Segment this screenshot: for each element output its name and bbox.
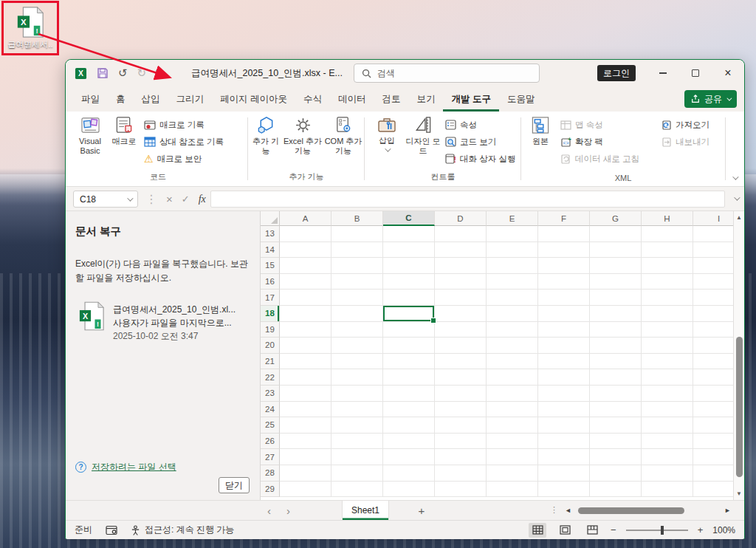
customize-qat-icon[interactable] (156, 70, 162, 77)
cell-I23[interactable] (693, 386, 735, 402)
ribbon-tab-8[interactable]: 검토 (374, 86, 408, 112)
cell-F19[interactable] (538, 322, 590, 338)
cell-E17[interactable] (487, 290, 538, 306)
expand-formula-bar-icon[interactable] (734, 194, 740, 200)
column-header-H[interactable]: H (642, 211, 693, 226)
cell-H20[interactable] (642, 338, 693, 354)
ribbon-tab-2[interactable]: 홈 (108, 86, 134, 112)
ribbon-tab-11[interactable]: 도움말 (499, 86, 543, 112)
cell-A27[interactable] (280, 449, 331, 465)
excel-addins-button[interactable]: Excel 추가 기능 (283, 116, 323, 156)
sheet-tab-sheet1[interactable]: Sheet1 (342, 501, 389, 520)
search-box[interactable]: 검색 (354, 64, 540, 83)
vertical-scroll-thumb[interactable] (736, 337, 743, 477)
ribbon-tab-9[interactable]: 보기 (408, 86, 443, 112)
cell-A28[interactable] (280, 465, 331, 482)
macros-button[interactable]: 매크로 (109, 116, 140, 146)
minimize-button[interactable] (647, 60, 679, 86)
cell-E27[interactable] (487, 449, 538, 465)
cell-C29[interactable] (383, 482, 435, 498)
row-header-26[interactable]: 26 (261, 434, 280, 450)
cell-F14[interactable] (538, 242, 590, 258)
select-file-to-save-link[interactable]: 저장하려는 파일 선택 (92, 461, 176, 473)
cell-E15[interactable] (487, 258, 538, 274)
zoom-slider-thumb[interactable] (661, 526, 664, 535)
scroll-up-icon[interactable]: ▲ (734, 214, 744, 221)
scroll-down-icon[interactable]: ▼ (734, 490, 744, 497)
cell-I26[interactable] (693, 434, 735, 450)
cell-C25[interactable] (383, 417, 435, 434)
cell-A17[interactable] (280, 290, 331, 306)
cell-F15[interactable] (538, 258, 590, 274)
properties-button[interactable]: 속성 (445, 117, 477, 132)
cell-E23[interactable] (487, 386, 538, 402)
select-all-corner[interactable] (261, 211, 280, 226)
cell-A25[interactable] (280, 417, 331, 434)
column-header-F[interactable]: F (538, 211, 590, 226)
cell-H15[interactable] (642, 258, 693, 274)
cell-D19[interactable] (435, 322, 487, 338)
hscroll-left-icon[interactable]: ◄ (565, 501, 571, 520)
cell-A26[interactable] (280, 434, 331, 450)
cell-G27[interactable] (590, 449, 642, 465)
cell-G21[interactable] (590, 354, 642, 370)
cell-G23[interactable] (590, 386, 642, 402)
cell-I14[interactable] (693, 242, 735, 258)
accessibility-status[interactable]: 접근성: 계속 진행 가능 (131, 524, 234, 536)
cell-H14[interactable] (642, 242, 693, 258)
cell-B20[interactable] (331, 338, 383, 354)
cell-H23[interactable] (642, 386, 693, 402)
cell-G15[interactable] (590, 258, 642, 274)
cell-I28[interactable] (693, 465, 735, 482)
ribbon-tab-7[interactable]: 데이터 (330, 86, 374, 112)
cell-B26[interactable] (331, 434, 383, 450)
cell-E13[interactable] (487, 226, 538, 242)
cell-D26[interactable] (435, 434, 487, 450)
cell-H26[interactable] (642, 434, 693, 450)
row-header-13[interactable]: 13 (261, 226, 280, 242)
cell-I20[interactable] (693, 338, 735, 354)
row-header-22[interactable]: 22 (261, 369, 280, 386)
ribbon-tab-10[interactable]: 개발 도구 (443, 86, 498, 112)
cell-D15[interactable] (435, 258, 487, 274)
cell-H24[interactable] (642, 402, 693, 418)
cell-C13[interactable] (383, 226, 435, 242)
cell-G17[interactable] (590, 290, 642, 306)
cell-F27[interactable] (538, 449, 590, 465)
cell-G28[interactable] (590, 465, 642, 482)
cell-E26[interactable] (487, 434, 538, 450)
recovered-file-item[interactable]: X ! 급여명세서_2025_10_인범.xl... 사용자가 파일을 마지막으… (79, 301, 236, 343)
cell-B22[interactable] (331, 369, 383, 386)
column-header-D[interactable]: D (435, 211, 487, 226)
login-button[interactable]: 로그인 (597, 65, 636, 81)
cell-E25[interactable] (487, 417, 538, 434)
cell-H25[interactable] (642, 417, 693, 434)
close-button[interactable]: × (712, 60, 744, 86)
cell-H16[interactable] (642, 274, 693, 290)
cell-C18[interactable] (383, 306, 435, 322)
row-header-29[interactable]: 29 (261, 482, 280, 498)
cell-B29[interactable] (331, 482, 383, 498)
import-button[interactable]: 가져오기 (661, 117, 709, 132)
cell-G25[interactable] (590, 417, 642, 434)
macro-record-status-icon[interactable] (106, 525, 117, 535)
column-header-B[interactable]: B (331, 211, 383, 226)
cell-F18[interactable] (538, 306, 590, 322)
cell-E20[interactable] (487, 338, 538, 354)
row-header-19[interactable]: 19 (261, 322, 280, 338)
row-header-21[interactable]: 21 (261, 354, 280, 370)
cell-B17[interactable] (331, 290, 383, 306)
share-button[interactable]: 공유 (684, 90, 737, 108)
cell-B24[interactable] (331, 402, 383, 418)
cell-D21[interactable] (435, 354, 487, 370)
previous-sheet-icon[interactable]: ‹ (267, 501, 271, 520)
addins-button[interactable]: 추가 기능 (252, 116, 280, 156)
help-icon[interactable]: ? (75, 462, 86, 473)
desktop-icon-recovered-workbook[interactable]: X ! 급여명세서.. (1, 1, 59, 55)
cell-F23[interactable] (538, 386, 590, 402)
horizontal-scroll-thumb[interactable] (578, 507, 684, 514)
row-header-16[interactable]: 16 (261, 274, 280, 290)
cell-E14[interactable] (487, 242, 538, 258)
cell-C19[interactable] (383, 322, 435, 338)
row-header-18[interactable]: 18 (261, 306, 280, 322)
